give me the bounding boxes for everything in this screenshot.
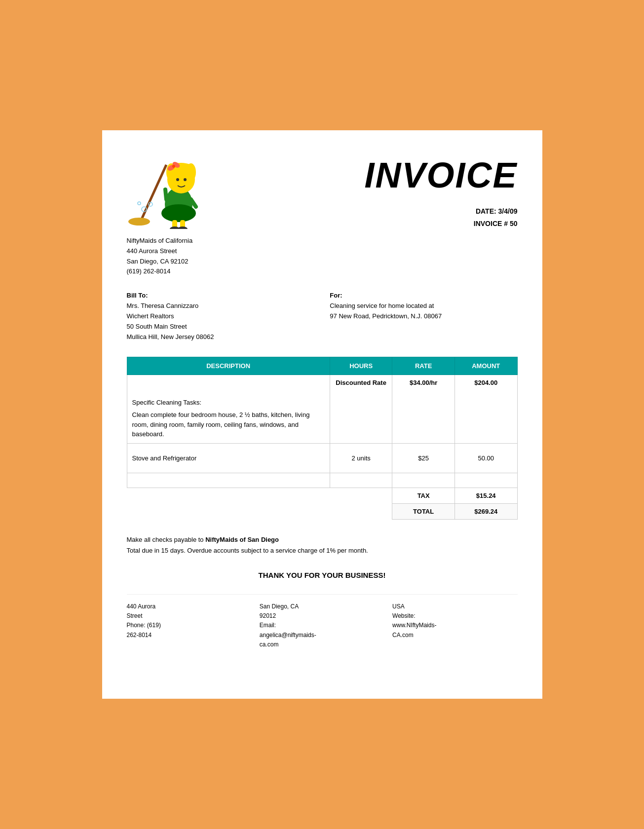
footer-notes: Make all checks payable to NiftyMaids of… [127, 534, 518, 556]
tax-row: TAX $15.24 [127, 488, 517, 503]
footer-col2: San Diego, CA 92012 Email: angelica@nift… [260, 602, 384, 649]
date-value: 3/4/09 [498, 207, 518, 215]
invoice-title: INVOICE [364, 155, 517, 195]
thank-you-message: THANK YOU FOR YOUR BUSINESS! [127, 571, 518, 579]
for-section: For: Cleaning service for home located a… [330, 292, 517, 342]
header-amount: AMOUNT [455, 357, 517, 375]
svg-point-11 [184, 178, 187, 181]
for-line1: Cleaning service for home located at [330, 301, 517, 311]
footer-col3: USA Website: www.NIftyMaids-CA.com [392, 602, 517, 649]
bill-to-label: Bill To: [127, 292, 314, 299]
bill-to-line1: Mrs. Theresa Cannizzaro [127, 301, 314, 311]
total-label: TOTAL [392, 503, 455, 519]
row2-rate: $25 [392, 443, 455, 473]
invoice-number-value: 50 [510, 220, 518, 227]
table-header-row: DESCRIPTION HOURS RATE AMOUNT [127, 357, 517, 375]
header-hours: HOURS [330, 357, 392, 375]
row1-hours: Discounted Rate [330, 375, 392, 444]
row2-hours: 2 units [330, 443, 392, 473]
footer-col1: 440 Aurora Street Phone: (619) 262-8014 [127, 602, 252, 649]
company-address1: 440 Aurora Street [127, 246, 226, 257]
payment-note-bold: NiftyMaids of San Diego [205, 536, 279, 543]
total-value: $269.24 [455, 503, 517, 519]
company-name: NiftyMaids of California [127, 236, 226, 246]
payment-note-normal: Make all checks payable to [127, 536, 206, 543]
row2-description: Stove and Refrigerator [127, 443, 330, 473]
row1-amount: $204.00 [455, 375, 517, 444]
table-row-1: Specific Cleaning Tasks: Clean complete … [127, 375, 517, 444]
for-line2: 97 New Road, Pedricktown, N.J. 08067 [330, 311, 517, 322]
overdue-note: Total due in 15 days. Overdue accounts s… [127, 545, 518, 556]
maid-logo-icon [127, 150, 216, 229]
bill-to-line2: Wichert Realtors [127, 311, 314, 322]
payment-note: Make all checks payable to NiftyMaids of… [127, 534, 518, 545]
company-address2: San Diego, CA 92102 [127, 257, 226, 267]
svg-point-14 [138, 202, 141, 205]
bill-to-line3: 50 South Main Street [127, 322, 314, 332]
svg-point-21 [178, 226, 188, 229]
header: NiftyMaids of California 440 Aurora Stre… [127, 150, 518, 277]
for-label: For: [330, 292, 517, 299]
svg-point-10 [176, 178, 179, 181]
spacer-row [127, 473, 517, 488]
invoice-meta: DATE: 3/4/09 INVOICE # 50 [364, 205, 517, 230]
footer-address: 440 Aurora Street [127, 602, 167, 621]
footer-country: USA [392, 602, 432, 611]
tax-value: $15.24 [455, 488, 517, 503]
billing-section: Bill To: Mrs. Theresa Cannizzaro Wichert… [127, 292, 518, 342]
row2-amount: 50.00 [455, 443, 517, 473]
footer-email: Email: angelica@niftymaids-ca.com [260, 621, 300, 649]
header-description: DESCRIPTION [127, 357, 330, 375]
svg-point-1 [128, 218, 150, 226]
footer-website: Website: www.NIftyMaids-CA.com [392, 611, 432, 640]
table-row-2: Stove and Refrigerator 2 units $25 50.00 [127, 443, 517, 473]
footer-bar: 440 Aurora Street Phone: (619) 262-8014 … [127, 594, 518, 649]
logo-area: NiftyMaids of California 440 Aurora Stre… [127, 150, 226, 277]
footer-city: San Diego, CA 92012 [260, 602, 300, 621]
company-info: NiftyMaids of California 440 Aurora Stre… [127, 236, 226, 277]
company-phone: (619) 262-8014 [127, 266, 226, 277]
row1-rate: $34.00/hr [392, 375, 455, 444]
invoice-number-label: INVOICE # [474, 220, 508, 227]
invoice-page: NiftyMaids of California 440 Aurora Stre… [100, 128, 544, 701]
invoice-table: DESCRIPTION HOURS RATE AMOUNT Specific C… [127, 357, 518, 520]
svg-point-17 [172, 165, 175, 168]
invoice-number: INVOICE # 50 [364, 218, 517, 230]
specific-tasks-heading: Specific Cleaning Tasks: [132, 399, 325, 406]
tasks-description: Clean complete four bedroom house, 2 ½ b… [132, 410, 325, 439]
invoice-date: DATE: 3/4/09 [364, 205, 517, 218]
bill-to-line4: Mullica Hill, New Jersey 08062 [127, 332, 314, 342]
date-label: DATE: [476, 207, 496, 215]
svg-point-9 [186, 163, 196, 181]
svg-line-4 [165, 189, 166, 199]
row1-description: Specific Cleaning Tasks: Clean complete … [127, 375, 330, 444]
bill-to-section: Bill To: Mrs. Theresa Cannizzaro Wichert… [127, 292, 314, 342]
svg-point-3 [161, 204, 196, 222]
header-rate: RATE [392, 357, 455, 375]
tax-label: TAX [392, 488, 455, 503]
total-row: TOTAL $269.24 [127, 503, 517, 519]
invoice-title-area: INVOICE DATE: 3/4/09 INVOICE # 50 [364, 150, 517, 230]
footer-phone: Phone: (619) 262-8014 [127, 621, 167, 640]
